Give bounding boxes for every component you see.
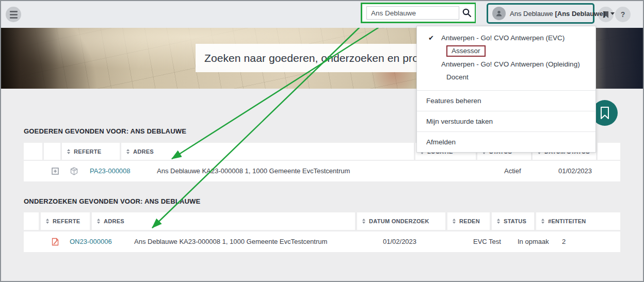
menu-item-afmelden[interactable]: Afmelden [417, 131, 595, 152]
app-window: Zoeken naar goederen, onderzoeken en pro… [0, 0, 644, 282]
goederen-col-expand [24, 143, 42, 160]
onderzoeken-col-status[interactable]: STATUS [492, 212, 534, 230]
onderzoeken-table-row[interactable]: ON23-000006 Ans Deblauwe KA23-000008 1, … [24, 231, 620, 252]
chevron-down-icon [610, 12, 615, 15]
bookmark-outline-icon [600, 106, 610, 120]
onderzoeken-status: In opmaak [518, 231, 549, 252]
search-button[interactable] [459, 4, 475, 22]
goederen-adres: Ans Deblauwe KA23-000008 1, 1000 Gemeent… [157, 161, 350, 181]
onderzoeken-col-entiteiten[interactable]: #ENTITEITEN [536, 212, 620, 230]
onderzoeken-col-adres[interactable]: ADRES [92, 212, 355, 230]
onderzoeken-entiteiten: 2 [562, 231, 566, 252]
sort-icon [67, 149, 70, 154]
role-org-opleiding[interactable]: Antwerpen - Go! CVO Antwerpen (Opleiding… [417, 58, 595, 71]
menu-button[interactable] [6, 7, 21, 22]
goederen-table-row[interactable]: PA23-000008 Ans Deblauwe KA23-000008 1, … [24, 161, 620, 181]
user-menu-label: Ans Deblauwe [Ans Deblauwe] [510, 10, 605, 18]
sort-icon [46, 219, 49, 224]
onderzoeken-col-icon [24, 212, 39, 230]
menu-item-mijn-verstuurde-taken[interactable]: Mijn verstuurde taken [417, 111, 595, 131]
onderzoeken-reden: EVC Test [473, 231, 501, 252]
goederen-col-icon [44, 143, 60, 160]
goederen-referte-link[interactable]: PA23-000008 [90, 161, 131, 181]
goederen-col-adres[interactable]: ADRES [121, 143, 414, 160]
sort-icon [541, 219, 544, 224]
onderzoeken-adres: Ans Deblauwe KA23-000008 1, 1000 Gemeent… [134, 231, 327, 252]
top-bar: Ans Deblauwe [Ans Deblauwe] ? [1, 1, 643, 28]
sort-icon [126, 149, 130, 154]
goederen-col-referte[interactable]: REFERTE [62, 143, 120, 160]
help-button[interactable]: ? [615, 7, 631, 22]
goederen-col-actions [598, 143, 620, 160]
user-avatar-icon [492, 7, 506, 20]
goederen-heading: GOEDEREN GEVONDEN VOOR: ANS DEBLAUWE [24, 127, 186, 135]
user-menu-button[interactable]: Ans Deblauwe [Ans Deblauwe] [487, 3, 594, 24]
goederen-datum-status: 01/02/2023 [558, 161, 592, 181]
active-check-icon: ✔ [428, 34, 437, 42]
onderzoeken-col-datum[interactable]: DATUM ONDERZOEK [357, 212, 445, 230]
role-assessor[interactable]: Assessor [417, 44, 595, 58]
role-docent[interactable]: Docent [417, 71, 595, 84]
hamburger-icon [10, 11, 18, 12]
sort-icon [362, 219, 365, 224]
page-title: Zoeken naar goederen, onderzoeken en pro… [204, 52, 424, 64]
onderzoeken-col-referte[interactable]: REFERTE [41, 212, 90, 230]
role-org-evc[interactable]: ✔ Antwerpen - Go! CVO Antwerpen (EVC) [417, 31, 595, 44]
sort-icon [453, 219, 456, 224]
user-dropdown-menu: ✔ Antwerpen - Go! CVO Antwerpen (EVC) As… [416, 26, 596, 153]
onderzoeken-referte-link[interactable]: ON23-000006 [70, 231, 112, 252]
annotation-box-assessor: Assessor [446, 45, 486, 57]
onderzoeken-datum: 01/02/2023 [383, 231, 416, 252]
onderzoeken-col-reden[interactable]: REDEN [447, 212, 490, 230]
search-icon [462, 8, 472, 18]
question-icon: ? [621, 10, 625, 19]
search-box-annotation [361, 3, 476, 23]
expand-row-icon[interactable] [52, 168, 59, 175]
role-section: ✔ Antwerpen - Go! CVO Antwerpen (EVC) As… [417, 26, 595, 90]
sort-icon [497, 219, 500, 224]
onderzoeken-heading: ONDERZOEKEN GEVONDEN VOOR: ANS DEBLAUWE [24, 197, 200, 205]
search-input[interactable] [366, 6, 459, 20]
sort-icon [97, 219, 100, 224]
package-cube-icon [70, 167, 78, 175]
goederen-status: Actief [504, 161, 521, 181]
document-edit-icon [52, 238, 59, 246]
menu-item-features-beheren[interactable]: Features beheren [417, 90, 595, 111]
